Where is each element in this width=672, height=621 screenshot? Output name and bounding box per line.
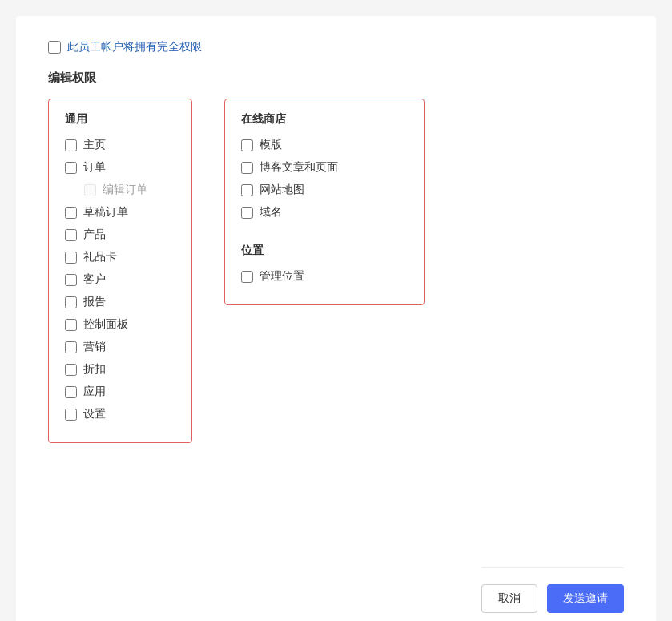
label-homepage[interactable]: 主页 — [83, 138, 106, 152]
label-edit-orders: 编辑订单 — [103, 183, 147, 197]
perm-item-discounts: 折扣 — [65, 362, 175, 377]
label-blog-pages[interactable]: 博客文章和页面 — [260, 160, 338, 175]
label-gift-cards[interactable]: 礼品卡 — [83, 250, 117, 264]
label-sitemap[interactable]: 网站地图 — [260, 183, 304, 197]
label-customers[interactable]: 客户 — [83, 272, 106, 287]
page-container: 此员工帐户将拥有完全权限 编辑权限 通用 主页 订单 编辑订单 — [16, 16, 656, 621]
checkbox-apps[interactable] — [65, 386, 77, 398]
checkbox-settings[interactable] — [65, 409, 77, 421]
label-marketing[interactable]: 营销 — [83, 340, 106, 354]
label-apps[interactable]: 应用 — [83, 385, 106, 399]
perm-item-orders: 订单 — [65, 160, 175, 175]
label-domain[interactable]: 域名 — [260, 205, 282, 220]
perm-item-reports: 报告 — [65, 295, 175, 309]
checkbox-orders[interactable] — [65, 162, 77, 174]
perm-item-dashboard: 控制面板 — [65, 317, 175, 332]
perm-item-customers: 客户 — [65, 272, 175, 287]
checkbox-customers[interactable] — [65, 274, 77, 286]
send-invite-button[interactable]: 发送邀请 — [547, 584, 624, 613]
label-draft-orders[interactable]: 草稿订单 — [83, 205, 128, 220]
perm-item-manage-location: 管理位置 — [241, 269, 408, 284]
full-permission-checkbox[interactable] — [48, 41, 61, 54]
label-reports[interactable]: 报告 — [83, 295, 106, 309]
checkbox-themes[interactable] — [241, 139, 253, 151]
checkbox-manage-location[interactable] — [241, 271, 253, 283]
perm-item-blog-pages: 博客文章和页面 — [241, 160, 408, 175]
label-settings[interactable]: 设置 — [83, 407, 106, 421]
label-orders[interactable]: 订单 — [83, 160, 106, 175]
perm-item-apps: 应用 — [65, 385, 175, 399]
online-store-box-title: 在线商店 — [241, 112, 408, 127]
footer-actions: 取消 发送邀请 — [481, 567, 624, 613]
perm-item-sitemap: 网站地图 — [241, 183, 408, 197]
label-themes[interactable]: 模版 — [260, 138, 282, 152]
perm-item-gift-cards: 礼品卡 — [65, 250, 175, 264]
checkbox-homepage[interactable] — [65, 139, 77, 151]
location-subsection: 位置 管理位置 — [241, 244, 408, 284]
perm-item-domain: 域名 — [241, 205, 408, 220]
perm-item-draft-orders: 草稿订单 — [65, 205, 175, 220]
checkbox-draft-orders[interactable] — [65, 207, 77, 219]
checkbox-blog-pages[interactable] — [241, 162, 253, 174]
checkbox-gift-cards[interactable] — [65, 252, 77, 264]
full-permission-row: 此员工帐户将拥有完全权限 — [48, 40, 624, 54]
checkbox-edit-orders — [84, 184, 96, 196]
perm-item-themes: 模版 — [241, 138, 408, 152]
perm-item-marketing: 营销 — [65, 340, 175, 354]
checkbox-reports[interactable] — [65, 296, 77, 308]
checkbox-marketing[interactable] — [65, 341, 77, 353]
online-store-box: 在线商店 模版 博客文章和页面 网站地图 域名 — [224, 99, 425, 305]
label-products[interactable]: 产品 — [83, 228, 106, 242]
checkbox-sitemap[interactable] — [241, 184, 253, 196]
general-box-title: 通用 — [65, 112, 175, 127]
perm-item-homepage: 主页 — [65, 138, 175, 152]
checkbox-discounts[interactable] — [65, 364, 77, 376]
label-dashboard[interactable]: 控制面板 — [83, 317, 128, 332]
cancel-button[interactable]: 取消 — [481, 584, 537, 613]
edit-permissions-title: 编辑权限 — [48, 71, 624, 86]
general-box: 通用 主页 订单 编辑订单 草稿订单 — [48, 99, 192, 443]
checkbox-domain[interactable] — [241, 207, 253, 219]
checkbox-dashboard[interactable] — [65, 319, 77, 331]
full-permission-label[interactable]: 此员工帐户将拥有完全权限 — [67, 40, 202, 54]
perm-item-products: 产品 — [65, 228, 175, 242]
perm-item-settings: 设置 — [65, 407, 175, 421]
location-subsection-title: 位置 — [241, 244, 408, 258]
checkbox-products[interactable] — [65, 229, 77, 241]
permissions-grid: 通用 主页 订单 编辑订单 草稿订单 — [48, 99, 624, 443]
label-discounts[interactable]: 折扣 — [83, 362, 106, 377]
perm-item-edit-orders: 编辑订单 — [65, 183, 175, 197]
label-manage-location[interactable]: 管理位置 — [260, 269, 304, 284]
